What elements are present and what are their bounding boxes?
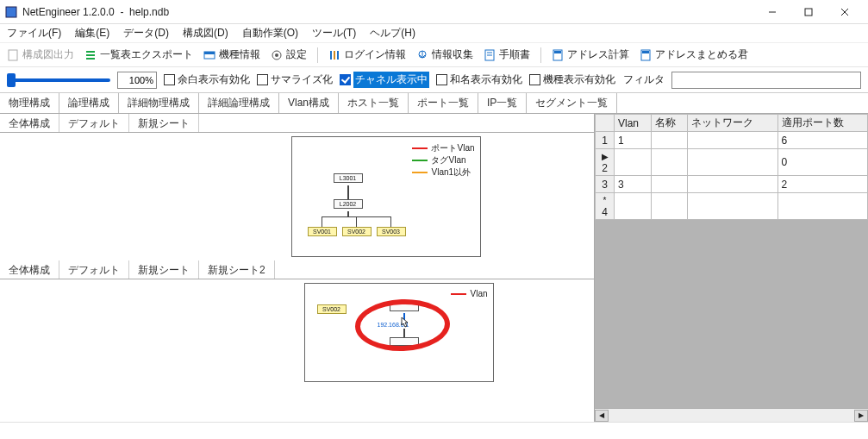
- info-gather-button[interactable]: 情報収集: [416, 47, 473, 62]
- app-icon: [5, 6, 17, 18]
- scroll-left-button[interactable]: ◀: [595, 410, 609, 422]
- toolbar: 構成図出力 一覧表エクスポート 機種情報 設定 ログイン情報 情報収集 手順書 …: [0, 43, 868, 67]
- grid-header[interactable]: 適用ポート数: [777, 115, 867, 132]
- calc-icon: [640, 49, 652, 61]
- node-l2002[interactable]: L2002: [334, 199, 363, 209]
- table-row[interactable]: 332: [596, 176, 868, 193]
- subtabs-bottom: 全体構成デフォルト新規シート新規シート2: [0, 260, 594, 279]
- vlan-grid[interactable]: Vlan名称ネットワーク適用ポート数 116▶ 220 332* 4: [595, 114, 868, 220]
- statusbar: [0, 422, 868, 439]
- minimize-button[interactable]: [754, 2, 790, 22]
- device-info-button[interactable]: 機種情報: [203, 47, 260, 62]
- node-sv001[interactable]: SV001: [308, 227, 337, 236]
- menu-データ(D)[interactable]: データ(D): [123, 26, 169, 41]
- tab-詳細論理構成[interactable]: 詳細論理構成: [199, 93, 279, 113]
- procedure-doc-button[interactable]: 手順書: [484, 47, 530, 62]
- tab-Vlan構成[interactable]: Vlan構成: [279, 93, 339, 113]
- grid-hscroll[interactable]: ◀ ▶: [595, 408, 868, 422]
- key-icon: [328, 49, 340, 61]
- maximize-button[interactable]: [790, 2, 827, 22]
- tab-論理構成[interactable]: 論理構成: [59, 93, 119, 113]
- svg-point-12: [275, 53, 278, 57]
- cursor-icon: [398, 317, 410, 333]
- model-display-checkbox[interactable]: 機種表示有効化: [529, 72, 615, 87]
- gear-icon: [271, 49, 283, 61]
- menu-ツール(T)[interactable]: ツール(T): [312, 26, 356, 41]
- svg-rect-5: [9, 50, 17, 60]
- diagram-bottom[interactable]: Vlan SV002 192.168.0.1: [304, 283, 494, 382]
- svg-rect-23: [642, 51, 649, 53]
- blank-display-checkbox[interactable]: 余白表示有効化: [164, 72, 250, 87]
- svg-rect-14: [334, 51, 335, 60]
- download-icon: [416, 49, 428, 61]
- tab-IP一覧[interactable]: IP一覧: [478, 93, 527, 113]
- list-export-button[interactable]: 一覧表エクスポート: [84, 47, 193, 62]
- table-row[interactable]: * 4: [596, 193, 868, 220]
- tab-ホスト一覧[interactable]: ホスト一覧: [339, 93, 409, 113]
- legend-top: ポートVlan タグVlan Vlan1以外: [412, 142, 474, 179]
- doc-icon: [484, 49, 496, 61]
- address-aggregate-button[interactable]: アドレスまとめる君: [640, 47, 748, 62]
- zoom-slider[interactable]: [7, 78, 110, 82]
- diagram-output-button[interactable]: 構成図出力: [7, 47, 74, 62]
- subtab-全体構成[interactable]: 全体構成: [0, 260, 59, 279]
- node-sv002[interactable]: SV002: [342, 227, 372, 236]
- tab-詳細物理構成[interactable]: 詳細物理構成: [119, 93, 199, 113]
- menubar: ファイル(F)編集(E)データ(D)構成図(D)自動作業(O)ツール(T)ヘルプ…: [0, 24, 868, 43]
- address-calc-button[interactable]: アドレス計算: [552, 47, 629, 62]
- menu-自動作業(O)[interactable]: 自動作業(O): [242, 26, 298, 41]
- node-l3001[interactable]: L3001: [334, 173, 363, 183]
- page-icon: [7, 49, 19, 61]
- svg-rect-0: [6, 7, 16, 17]
- legend-bottom: Vlan: [451, 289, 487, 298]
- svg-rect-13: [330, 51, 332, 60]
- grid-header[interactable]: Vlan: [615, 115, 652, 132]
- close-button[interactable]: [827, 2, 863, 22]
- svg-rect-15: [337, 51, 339, 60]
- node-sv003[interactable]: SV003: [377, 227, 406, 236]
- subtab-新規シート[interactable]: 新規シート: [129, 114, 199, 132]
- channel-display-checkbox[interactable]: チャネル表示中: [340, 72, 429, 88]
- titlebar: NetEngineer 1.2.0.0 - help.ndb: [0, 0, 868, 24]
- toolbar-separator: [317, 47, 318, 63]
- slider-thumb[interactable]: [7, 73, 16, 87]
- table-row[interactable]: 116: [596, 132, 868, 149]
- japanese-name-checkbox[interactable]: 和名表示有効化: [436, 72, 522, 87]
- node-sv002-bottom[interactable]: SV002: [317, 304, 347, 314]
- subtab-デフォルト[interactable]: デフォルト: [59, 114, 129, 132]
- toolbar-separator: [540, 47, 541, 63]
- filter-input[interactable]: [671, 72, 861, 89]
- filter-label: フィルタ: [623, 72, 665, 87]
- menu-構成図(D)[interactable]: 構成図(D): [183, 26, 228, 41]
- tab-物理構成[interactable]: 物理構成: [0, 93, 59, 113]
- grid-header[interactable]: ネットワーク: [688, 115, 777, 132]
- subtab-全体構成[interactable]: 全体構成: [0, 114, 59, 132]
- svg-rect-2: [805, 9, 812, 16]
- subtab-デフォルト[interactable]: デフォルト: [59, 260, 129, 279]
- menu-ヘルプ(H)[interactable]: ヘルプ(H): [370, 26, 415, 41]
- summarize-checkbox[interactable]: サマライズ化: [257, 72, 333, 87]
- diagram-top[interactable]: ポートVlan タグVlan Vlan1以外 L3001 L2002 SV001…: [291, 136, 481, 257]
- vlan-grid-panel: Vlan名称ネットワーク適用ポート数 116▶ 220 332* 4 ◀ ▶: [595, 114, 868, 422]
- login-info-button[interactable]: ログイン情報: [328, 47, 406, 62]
- window-title: NetEngineer 1.2.0.0 - help.ndb: [22, 6, 754, 18]
- subtab-新規シート[interactable]: 新規シート: [129, 260, 199, 279]
- svg-rect-21: [554, 51, 561, 53]
- svg-rect-10: [204, 52, 215, 54]
- tab-セグメント一覧[interactable]: セグメント一覧: [527, 93, 617, 113]
- scroll-right-button[interactable]: ▶: [854, 410, 868, 422]
- subtabs-top: 全体構成デフォルト新規シート: [0, 114, 594, 133]
- zoom-input[interactable]: [117, 72, 157, 89]
- device-icon: [203, 49, 215, 61]
- table-row[interactable]: ▶ 220: [596, 149, 868, 176]
- settings-button[interactable]: 設定: [271, 47, 307, 62]
- main-tabstrip: 物理構成論理構成詳細物理構成詳細論理構成Vlan構成ホスト一覧ポート一覧IP一覧…: [0, 93, 868, 114]
- options-bar: 余白表示有効化 サマライズ化 チャネル表示中 和名表示有効化 機種表示有効化 フ…: [0, 67, 868, 93]
- calc-icon: [552, 49, 564, 61]
- list-icon: [84, 49, 97, 61]
- menu-ファイル(F)[interactable]: ファイル(F): [7, 26, 61, 41]
- subtab-新規シート2[interactable]: 新規シート2: [199, 260, 275, 279]
- tab-ポート一覧[interactable]: ポート一覧: [409, 93, 478, 113]
- grid-header[interactable]: 名称: [651, 115, 688, 132]
- menu-編集(E)[interactable]: 編集(E): [75, 26, 109, 41]
